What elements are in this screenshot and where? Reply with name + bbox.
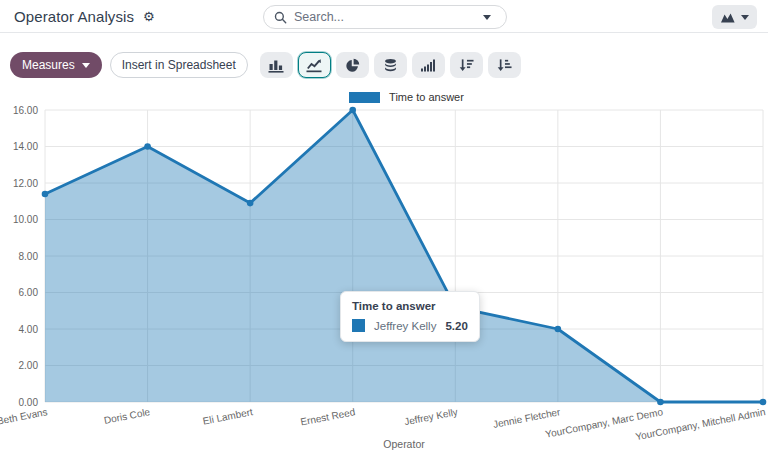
svg-text:10.00: 10.00 — [13, 214, 38, 225]
chevron-down-icon — [741, 15, 749, 20]
svg-text:6.00: 6.00 — [19, 287, 39, 298]
svg-text:8.00: 8.00 — [19, 251, 39, 262]
cumulative-view-button[interactable] — [412, 52, 445, 78]
chart-region: Time to answer 0.002.004.006.008.0010.00… — [0, 86, 768, 465]
measures-button[interactable]: Measures — [10, 52, 102, 78]
bar-chart-view-button[interactable] — [260, 52, 293, 78]
legend-item-time-to-answer[interactable]: Time to answer — [45, 91, 768, 103]
svg-text:Eli Lambert: Eli Lambert — [202, 406, 254, 426]
svg-text:0.00: 0.00 — [19, 397, 39, 408]
legend-swatch — [349, 92, 380, 103]
svg-text:Jeffrey Kelly: Jeffrey Kelly — [403, 406, 458, 427]
insert-in-spreadsheet-button[interactable]: Insert in Spreadsheet — [110, 52, 248, 78]
sort-descending-button[interactable] — [450, 52, 483, 78]
measures-label: Measures — [22, 58, 75, 72]
chevron-down-icon — [82, 63, 90, 68]
svg-text:Operator: Operator — [383, 438, 425, 450]
gear-icon[interactable]: ⚙ — [143, 10, 155, 23]
svg-text:Jennie Fletcher: Jennie Fletcher — [492, 406, 562, 430]
insert-label: Insert in Spreadsheet — [122, 58, 236, 72]
sort-ascending-icon — [497, 58, 512, 72]
pie-chart-view-button[interactable] — [336, 52, 369, 78]
svg-text:12.00: 12.00 — [13, 178, 38, 189]
control-panel: Measures Insert in Spreadsheet — [0, 33, 768, 86]
svg-text:Ernest Reed: Ernest Reed — [299, 406, 356, 427]
search-icon — [274, 11, 287, 24]
pie-chart-icon — [345, 58, 360, 73]
cumulative-icon — [420, 58, 436, 72]
chart-type-buttons — [260, 52, 521, 78]
sort-descending-icon — [459, 58, 474, 72]
chart-tooltip: Time to answer Jeffrey Kelly 5.20 — [340, 291, 480, 342]
tooltip-row: Jeffrey Kelly 5.20 — [352, 319, 468, 332]
tooltip-series-label: Jeffrey Kelly — [374, 320, 436, 332]
line-chart-view-button[interactable] — [298, 52, 331, 78]
legend-label: Time to answer — [389, 91, 464, 103]
search-bar[interactable] — [263, 5, 507, 29]
stacked-view-button[interactable] — [374, 52, 407, 78]
search-dropdown-toggle[interactable] — [474, 6, 500, 28]
area-chart-icon — [720, 11, 736, 24]
svg-text:Beth Evans: Beth Evans — [0, 406, 48, 427]
top-bar: Operator Analysis ⚙ — [0, 0, 768, 33]
svg-text:2.00: 2.00 — [19, 360, 39, 371]
stacked-bars-icon — [383, 58, 398, 73]
line-chart-icon — [306, 58, 322, 73]
view-switcher-button[interactable] — [712, 5, 757, 29]
svg-text:Doris Cole: Doris Cole — [103, 406, 151, 426]
svg-text:14.00: 14.00 — [13, 141, 38, 152]
sort-ascending-button[interactable] — [488, 52, 521, 78]
tooltip-header: Time to answer — [352, 300, 468, 312]
tooltip-value: 5.20 — [445, 320, 467, 332]
bar-chart-icon — [268, 58, 284, 73]
area-chart-canvas[interactable]: 0.002.004.006.008.0010.0012.0014.0016.00… — [0, 86, 768, 465]
tooltip-swatch — [352, 319, 365, 332]
page-title: Operator Analysis — [14, 8, 134, 25]
svg-text:16.00: 16.00 — [13, 105, 38, 116]
svg-text:4.00: 4.00 — [19, 324, 39, 335]
search-input[interactable] — [294, 10, 474, 24]
chevron-down-icon — [483, 15, 491, 20]
